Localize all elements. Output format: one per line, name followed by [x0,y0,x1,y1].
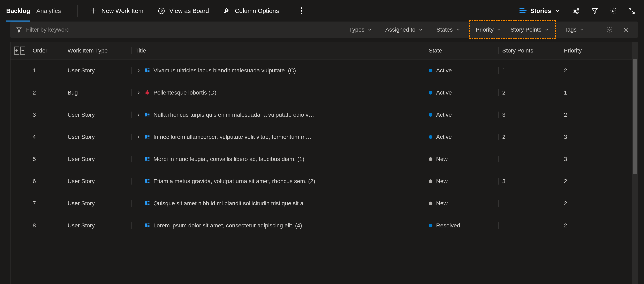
state-label: Active [436,112,452,118]
tab-analytics[interactable]: Analytics [36,0,61,21]
filter-chip-label: States [436,26,452,33]
cell-priority: 2 [560,112,623,118]
more-actions-button[interactable] [296,5,308,17]
chevron-right-icon[interactable] [135,68,142,73]
filter-states[interactable]: States [432,24,465,35]
table-row[interactable]: 7User StoryQuisque sit amet nibh id mi b… [10,192,632,214]
table-row[interactable]: 2BugPellentesque lobortis (D)Active21 [10,82,632,104]
table-row[interactable]: 5User StoryMorbi in nunc feugiat, conval… [10,148,632,170]
new-work-item-label: New Work Item [102,7,144,14]
cell-state: Active [416,112,498,118]
column-options-button[interactable]: Column Options [217,5,285,17]
state-dot-icon [429,135,432,139]
state-dot-icon [429,113,432,117]
chevron-down-icon [555,8,560,13]
cell-title[interactable]: Lorem ipsum dolor sit amet, consectetur … [132,222,416,229]
more-vertical-icon [301,7,302,14]
collapse-all-icon[interactable]: − [20,47,25,55]
view-options-button[interactable] [570,5,582,17]
user-story-icon [144,200,150,206]
cell-title[interactable]: Nulla rhoncus turpis quis enim malesuada… [132,112,416,118]
cell-title[interactable]: Morbi in nunc feugiat, convallis libero … [132,156,416,162]
cell-order: 4 [29,134,64,140]
cell-title[interactable]: Etiam a metus gravida, volutpat urna sit… [132,178,416,184]
column-state[interactable]: State [416,47,498,54]
user-story-icon [144,67,150,74]
svg-line-14 [629,8,631,10]
backlog-level-picker[interactable]: Stories [516,5,564,16]
cell-order: 2 [29,89,64,96]
column-priority[interactable]: Priority [560,47,623,54]
chevron-down-icon [418,27,423,32]
svg-point-13 [612,10,614,12]
work-item-title: Pellentesque lobortis (D) [154,89,216,96]
vertical-scrollbar[interactable] [632,42,638,284]
column-story-points[interactable]: Story Points [498,47,560,54]
cell-type: User Story [64,112,132,118]
filter-priority[interactable]: Priority [471,24,506,35]
cell-type: User Story [64,200,132,207]
cell-type: User Story [64,134,132,140]
svg-line-15 [632,11,634,13]
cell-order: 3 [29,112,64,118]
filter-chip-label: Priority [476,26,494,33]
filter-tags[interactable]: Tags [560,24,589,35]
cell-state: Resolved [416,222,498,229]
table-row[interactable]: 3User StoryNulla rhoncus turpis quis eni… [10,104,632,126]
close-filter-button[interactable] [620,23,632,36]
new-work-item-button[interactable]: New Work Item [84,5,150,17]
bug-icon [144,90,150,96]
filter-assigned-to[interactable]: Assigned to [381,24,428,35]
state-label: Resolved [436,222,460,229]
highlighted-filters: Priority Story Points [469,20,556,39]
cell-priority: 2 [560,222,623,229]
table-row[interactable]: 6User StoryEtiam a metus gravida, volutp… [10,170,632,192]
scrollbar-thumb[interactable] [633,59,637,174]
table-row[interactable]: 1User StoryVivamus ultricies lacus bland… [10,59,632,82]
chevron-down-icon [544,27,549,32]
backlog-level-label: Stories [530,7,551,14]
chevron-right-icon[interactable] [135,135,142,139]
table-row[interactable]: 8User StoryLorem ipsum dolor sit amet, c… [10,214,632,237]
filter-chip-label: Story Points [510,26,542,33]
filter-icon [16,27,22,33]
filter-keyword-field[interactable] [16,26,340,33]
filter-types[interactable]: Types [344,24,377,35]
divider [78,5,78,17]
settings-button[interactable] [607,5,619,17]
state-dot-icon [429,224,432,227]
cell-priority: 3 [560,156,623,162]
expand-collapse-header[interactable]: + − [10,47,29,55]
state-dot-icon [429,157,432,161]
column-work-item-type[interactable]: Work Item Type [64,47,132,54]
column-order[interactable]: Order [29,47,64,54]
filter-settings-button[interactable] [603,23,616,36]
svg-point-17 [609,29,610,31]
svg-point-11 [576,12,578,13]
column-title[interactable]: Title [132,47,416,54]
cell-state: Active [416,67,498,74]
filter-toggle-button[interactable] [588,5,601,17]
table-row[interactable]: 4User StoryIn nec lorem ullamcorper, vul… [10,126,632,148]
filter-bar: Types Assigned to States Priority Story … [10,21,638,38]
cell-story-points: 2 [498,89,560,96]
chevron-right-icon[interactable] [135,90,142,95]
cell-title[interactable]: Quisque sit amet nibh id mi blandit soll… [132,200,416,207]
svg-marker-16 [17,28,21,32]
filter-story-points[interactable]: Story Points [506,24,554,35]
tab-backlog[interactable]: Backlog [6,0,30,21]
svg-point-9 [577,8,579,10]
cell-title[interactable]: Pellentesque lobortis (D) [132,89,416,96]
cell-title[interactable]: Vivamus ultricies lacus blandit malesuad… [132,67,416,74]
filter-icon [591,7,598,14]
close-icon [623,27,629,33]
filter-keyword-input[interactable] [26,26,340,33]
cell-title[interactable]: In nec lorem ullamcorper, vulputate veli… [132,134,416,140]
cell-type: User Story [64,156,132,162]
expand-all-icon[interactable]: + [14,47,19,55]
fullscreen-button[interactable] [626,5,638,17]
sliders-icon [572,7,580,14]
view-tabs: Backlog Analytics [6,0,71,21]
chevron-right-icon[interactable] [135,113,142,117]
view-as-board-button[interactable]: View as Board [152,5,215,17]
